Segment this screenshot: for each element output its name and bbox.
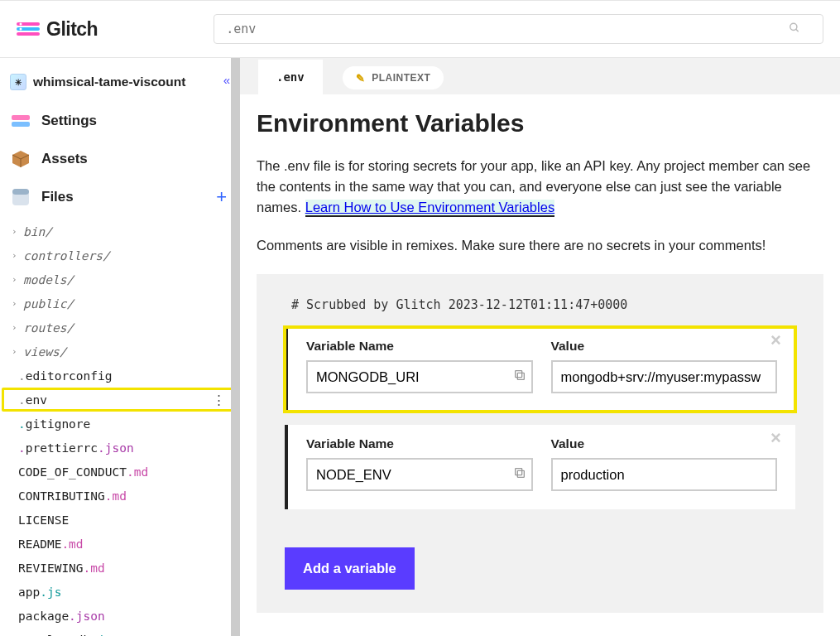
tab-env[interactable]: .env <box>258 60 323 94</box>
sidebar-item-settings[interactable]: Settings <box>0 102 240 140</box>
search-icon[interactable] <box>789 22 800 36</box>
sidebar-item-assets[interactable]: Assets <box>0 140 240 178</box>
search-input[interactable] <box>214 14 823 44</box>
chevron-right-icon: › <box>12 226 23 237</box>
svg-point-5 <box>790 23 797 30</box>
folder-row[interactable]: › views/ <box>2 340 240 364</box>
var-value-input[interactable] <box>551 458 778 491</box>
env-var-card: ×Variable NameValue <box>285 327 795 412</box>
file-row[interactable]: app.js <box>2 580 240 604</box>
svg-rect-12 <box>515 371 521 378</box>
brand-word: Glitch <box>46 18 98 41</box>
files-icon <box>10 186 31 208</box>
content: Environment Variables The .env file is f… <box>240 94 840 636</box>
project-icon: ✳ <box>10 74 26 90</box>
file-row[interactable]: populatedb.js <box>2 628 240 636</box>
var-name-label: Variable Name <box>306 436 533 451</box>
var-value-label: Value <box>551 339 778 354</box>
svg-point-4 <box>20 28 22 31</box>
filetype-label: PLAINTEXT <box>372 72 430 84</box>
file-row[interactable]: REVIEWING.md <box>2 556 240 580</box>
folder-row[interactable]: › bin/ <box>2 219 240 243</box>
copy-icon[interactable] <box>513 466 526 483</box>
sidebar-item-label: Settings <box>41 113 97 129</box>
svg-point-3 <box>20 23 22 26</box>
var-name-label: Variable Name <box>306 339 533 354</box>
file-row-active[interactable]: .env⋮ <box>2 388 240 412</box>
svg-rect-10 <box>12 189 29 195</box>
chevron-right-icon: › <box>12 298 23 309</box>
folder-row[interactable]: › public/ <box>2 292 240 316</box>
settings-icon <box>10 110 31 132</box>
tab-label: .env <box>276 70 305 84</box>
file-menu-icon[interactable]: ⋮ <box>213 393 224 407</box>
chevron-right-icon: › <box>12 322 23 333</box>
search-holder <box>214 14 823 44</box>
chevron-right-icon: › <box>12 274 23 285</box>
file-tree: › bin/› controllers/› models/› public/› … <box>0 216 240 636</box>
folder-row[interactable]: › models/ <box>2 267 240 292</box>
project-name: whimsical-tame-viscount <box>33 75 185 89</box>
file-row[interactable]: .gitignore <box>2 412 240 436</box>
sidebar-scrollbar[interactable] <box>231 58 240 636</box>
env-editor: # Scrubbed by Glitch 2023-12-12T01:11:47… <box>257 274 823 613</box>
svg-rect-7 <box>12 115 30 120</box>
sidebar-item-label: Assets <box>41 151 88 167</box>
svg-rect-2 <box>17 32 40 36</box>
chevron-right-icon: › <box>12 250 23 261</box>
chevron-right-icon: › <box>12 346 23 357</box>
logo[interactable]: Glitch <box>17 18 98 41</box>
intro2-text: Comments are visible in remixes. Make su… <box>257 235 823 256</box>
file-row[interactable]: .editorconfig <box>2 364 240 388</box>
delete-var-icon[interactable]: × <box>770 430 789 448</box>
glitch-logo-icon <box>17 21 40 37</box>
var-value-label: Value <box>551 436 778 451</box>
filetype-pill[interactable]: ✎ PLAINTEXT <box>343 66 444 89</box>
add-file-icon[interactable]: + <box>216 186 227 208</box>
file-row[interactable]: README.md <box>2 532 240 556</box>
var-name-input[interactable] <box>306 458 533 491</box>
collapse-sidebar-icon[interactable]: « <box>223 73 230 87</box>
svg-rect-14 <box>515 469 521 475</box>
sidebar: « ✳ whimsical-tame-viscount Settings Ass… <box>0 58 240 636</box>
file-row[interactable]: LICENSE <box>2 508 240 532</box>
svg-rect-13 <box>517 470 524 477</box>
svg-rect-11 <box>517 373 524 379</box>
folder-row[interactable]: › routes/ <box>2 316 240 340</box>
var-name-input[interactable] <box>306 360 533 393</box>
learn-link[interactable]: Learn How to Use Environment Variables <box>305 200 554 217</box>
file-row[interactable]: .prettierrc.json <box>2 436 240 460</box>
folder-row[interactable]: › controllers/ <box>2 243 240 267</box>
project-selector[interactable]: ✳ whimsical-tame-viscount <box>0 70 240 102</box>
file-row[interactable]: CONTRIBUTING.md <box>2 484 240 508</box>
var-value-input[interactable] <box>551 360 778 393</box>
delete-var-icon[interactable]: × <box>770 332 789 350</box>
main: .env ✎ PLAINTEXT Environment Variables T… <box>240 58 840 636</box>
intro-text: The .env file is for storing secrets for… <box>257 156 823 217</box>
file-row[interactable]: CODE_OF_CONDUCT.md <box>2 460 240 484</box>
assets-icon <box>10 148 31 170</box>
pencil-icon: ✎ <box>356 72 366 84</box>
tabbar: .env ✎ PLAINTEXT <box>240 58 840 94</box>
env-var-card: ×Variable NameValue <box>285 425 795 509</box>
svg-rect-8 <box>12 122 30 127</box>
sidebar-item-files[interactable]: Files + <box>0 178 240 216</box>
sidebar-item-label: Files <box>41 189 74 205</box>
svg-line-6 <box>796 29 799 31</box>
copy-icon[interactable] <box>513 369 526 385</box>
file-row[interactable]: package.json <box>2 604 240 628</box>
page-title: Environment Variables <box>257 109 823 137</box>
env-comment: # Scrubbed by Glitch 2023-12-12T01:11:47… <box>291 297 795 312</box>
add-variable-button[interactable]: Add a variable <box>285 547 415 590</box>
topbar: Glitch <box>0 0 840 58</box>
